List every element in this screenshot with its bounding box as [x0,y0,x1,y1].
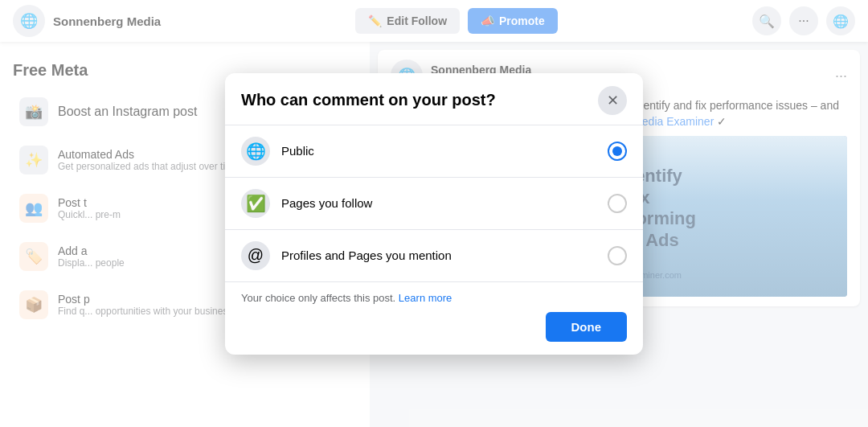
option-profiles-mention-label: Profiles and Pages you mention [281,248,596,262]
pages-follow-icon: ✅ [241,189,270,218]
option-public-label: Public [281,144,596,158]
modal-title: Who can comment on your post? [241,91,496,109]
learn-more-link[interactable]: Learn more [399,292,452,304]
option-pages-follow-label: Pages you follow [281,196,596,210]
option-public[interactable]: 🌐 Public [225,125,643,178]
radio-public[interactable] [608,142,627,161]
modal-header: Who can comment on your post? ✕ [225,73,643,125]
modal-body: 🌐 Public ✅ Pages you follow @ Profiles a… [225,125,643,282]
comment-modal: Who can comment on your post? ✕ 🌐 Public… [225,73,643,355]
radio-profiles-mention[interactable] [608,246,627,265]
done-button[interactable]: Done [546,312,628,342]
modal-close-button[interactable]: ✕ [598,86,627,115]
footer-note: Your choice only affects this post. Lear… [241,292,627,304]
public-icon: 🌐 [241,137,270,166]
option-profiles-mention[interactable]: @ Profiles and Pages you mention [225,230,643,282]
radio-pages-follow[interactable] [608,194,627,213]
close-icon: ✕ [607,92,619,109]
profiles-icon: @ [241,241,270,270]
modal-overlay: Who can comment on your post? ✕ 🌐 Public… [0,0,868,427]
radio-public-inner [612,146,622,156]
option-pages-follow[interactable]: ✅ Pages you follow [225,178,643,230]
modal-footer: Your choice only affects this post. Lear… [225,282,643,355]
